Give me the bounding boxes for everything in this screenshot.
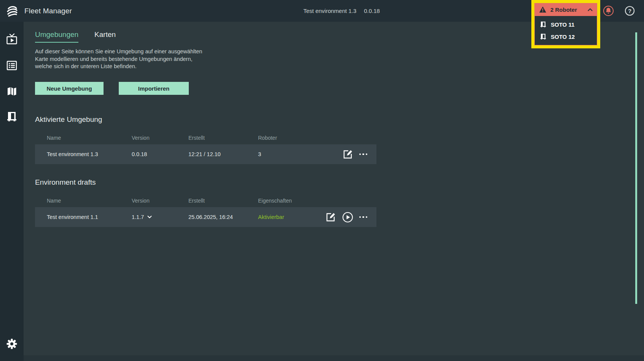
column-header-eigenschaften: Eigenschaften bbox=[258, 198, 376, 204]
cell-name: Test environment 1.3 bbox=[35, 151, 132, 157]
content-tabs: Umgebungen Karten bbox=[35, 30, 116, 43]
activate-play-button[interactable] bbox=[342, 211, 354, 223]
more-options-button[interactable] bbox=[359, 216, 368, 218]
robot-icon bbox=[540, 21, 547, 28]
help-button[interactable]: ? bbox=[624, 5, 635, 16]
edit-button[interactable] bbox=[342, 149, 354, 160]
active-environment-version: 0.0.18 bbox=[364, 8, 380, 14]
gear-icon bbox=[6, 338, 18, 350]
notification-bell-icon bbox=[603, 5, 614, 16]
more-options-button[interactable] bbox=[359, 153, 368, 155]
sidebar-item-robots[interactable] bbox=[6, 111, 18, 122]
main-content-area bbox=[24, 22, 644, 355]
sidebar-item-missions[interactable] bbox=[6, 34, 18, 45]
list-icon bbox=[6, 60, 18, 71]
map-icon bbox=[6, 86, 18, 97]
warning-triangle-icon bbox=[539, 6, 547, 13]
svg-text:?: ? bbox=[628, 8, 631, 14]
robot-alert-count-label: 2 Roboter bbox=[550, 6, 584, 13]
edit-icon bbox=[343, 149, 353, 160]
active-environment-section-title: Aktivierte Umgebung bbox=[35, 115, 102, 124]
column-header-version: Version bbox=[132, 135, 188, 141]
cell-version: 1.1.7 bbox=[132, 214, 144, 220]
new-environment-button[interactable]: Neue Umgebung bbox=[35, 82, 104, 95]
app-logo[interactable] bbox=[0, 4, 24, 18]
column-header-erstellt: Erstellt bbox=[188, 135, 258, 141]
app-title: Fleet Manager bbox=[24, 7, 72, 15]
robot-icon bbox=[540, 33, 547, 40]
active-environment-indicator: Test environment 1.3 0.0.18 bbox=[303, 0, 380, 22]
robot-name-label: SOTO 12 bbox=[551, 34, 575, 40]
description-line: welche sich in der unteren Liste befinde… bbox=[35, 63, 202, 70]
column-header-erstellt: Erstellt bbox=[188, 198, 258, 204]
tv-play-icon bbox=[6, 34, 18, 45]
table-header-row: Name Version Erstellt Roboter bbox=[35, 131, 376, 144]
active-environment-name: Test environment 1.3 bbox=[303, 8, 356, 14]
import-button[interactable]: Importieren bbox=[119, 82, 189, 95]
help-icon: ? bbox=[625, 6, 635, 16]
column-header-roboter: Roboter bbox=[258, 135, 376, 141]
robot-name-label: SOTO 11 bbox=[551, 21, 574, 28]
sidebar-item-settings[interactable] bbox=[6, 338, 18, 350]
cell-created: 12:21 / 12.10 bbox=[188, 151, 258, 157]
cell-created: 25.06.2025, 16:24 bbox=[188, 214, 258, 220]
edit-button[interactable] bbox=[325, 211, 336, 223]
draft-environment-row[interactable]: Test environment 1.1 1.1.7 25.06.2025, 1… bbox=[35, 207, 376, 227]
row-action-icons bbox=[325, 207, 368, 227]
cell-version: 0.0.18 bbox=[132, 151, 188, 157]
annotation-highlight-box: 2 Roboter SOTO 11 bbox=[531, 0, 600, 48]
version-select[interactable]: 1.1.7 bbox=[132, 214, 188, 220]
robot-dropdown-item-soto-11[interactable]: SOTO 11 bbox=[535, 19, 597, 30]
active-environment-row[interactable]: Test environment 1.3 0.0.18 12:21 / 12.1… bbox=[35, 144, 376, 164]
tab-umgebungen[interactable]: Umgebungen bbox=[35, 30, 78, 43]
robot-alert-dropdown-toggle[interactable]: 2 Roboter bbox=[534, 3, 597, 16]
page-description: Auf dieser Seite können Sie eine Umgebun… bbox=[35, 48, 202, 70]
robot-icon bbox=[6, 111, 18, 122]
row-action-icons bbox=[342, 144, 368, 164]
description-line: Auf dieser Seite können Sie eine Umgebun… bbox=[35, 48, 202, 56]
robot-dropdown-panel: SOTO 11 SOTO 12 bbox=[534, 16, 597, 45]
table-header-row: Name Version Erstellt Eigenschaften bbox=[35, 194, 376, 207]
active-environment-table: Name Version Erstellt Roboter Test envir… bbox=[35, 131, 376, 164]
vertical-scrollbar-thumb[interactable] bbox=[635, 32, 637, 304]
action-buttons: Neue Umgebung Importieren bbox=[35, 82, 189, 95]
chevron-up-icon bbox=[588, 8, 593, 11]
drafts-section-title: Environment drafts bbox=[35, 178, 96, 187]
column-header-name: Name bbox=[35, 135, 132, 141]
cell-name: Test environment 1.1 bbox=[35, 214, 132, 220]
chevron-down-icon bbox=[147, 216, 152, 219]
description-line: Karte modellieren und bereits bestehende… bbox=[35, 56, 202, 63]
column-header-name: Name bbox=[35, 198, 132, 204]
drafts-table: Name Version Erstellt Eigenschaften Test… bbox=[35, 194, 376, 227]
edit-icon bbox=[325, 212, 336, 222]
notifications-button[interactable] bbox=[603, 5, 614, 16]
sidebar-item-orders-list[interactable] bbox=[6, 60, 18, 71]
stacked-discs-logo-icon bbox=[5, 4, 19, 18]
sidebar-item-maps[interactable] bbox=[6, 86, 18, 97]
content-bottom-strip bbox=[24, 355, 644, 361]
column-header-version: Version bbox=[132, 198, 188, 204]
tab-karten[interactable]: Karten bbox=[94, 30, 116, 43]
left-navigation-sidebar bbox=[0, 22, 24, 361]
play-circle-icon bbox=[342, 212, 353, 223]
robot-dropdown-item-soto-12[interactable]: SOTO 12 bbox=[535, 31, 597, 42]
